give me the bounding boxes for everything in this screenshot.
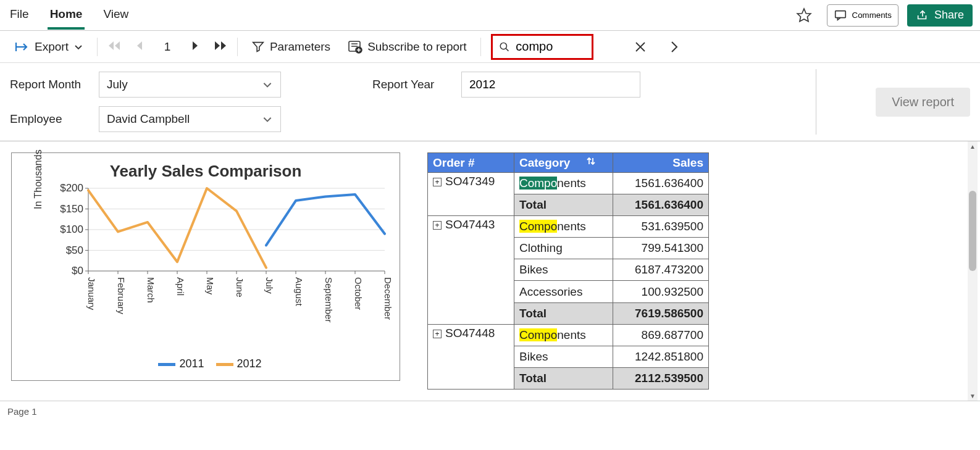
next-page-button[interactable] — [191, 40, 199, 54]
sales-cell: 869.687700 — [613, 324, 709, 346]
subscribe-button[interactable]: Subscribe to report — [344, 38, 471, 56]
scroll-up-button[interactable]: ▲ — [968, 141, 978, 151]
col-category-label: Category — [519, 156, 570, 169]
category-cell: Accessories — [514, 281, 613, 302]
chart-legend: 2011 2012 — [24, 357, 387, 370]
scroll-down-button[interactable]: ▼ — [968, 391, 978, 401]
svg-marker-6 — [215, 41, 220, 50]
param-year-input[interactable] — [461, 72, 640, 98]
table-row: +SO47349Components1561.636400 — [428, 173, 709, 194]
svg-text:October: October — [353, 277, 364, 310]
svg-marker-5 — [193, 41, 198, 50]
svg-text:January: January — [86, 277, 97, 310]
next-icon — [191, 40, 199, 51]
last-icon — [214, 40, 227, 51]
order-cell[interactable]: +SO47349 — [428, 173, 514, 216]
svg-marker-4 — [137, 41, 142, 50]
search-input[interactable] — [516, 40, 585, 54]
last-page-button[interactable] — [214, 40, 227, 54]
first-icon — [107, 40, 121, 51]
scrollbar[interactable]: ▲ ▼ — [968, 141, 978, 401]
parameters-label: Parameters — [270, 40, 330, 54]
tab-file[interactable]: File — [7, 1, 31, 30]
expand-icon[interactable]: + — [433, 330, 442, 338]
footer-page: Page 1 — [7, 406, 37, 417]
category-cell: Components — [514, 216, 613, 238]
star-outline-icon — [796, 7, 812, 23]
svg-text:$100: $100 — [60, 223, 83, 235]
order-cell[interactable]: +SO47443 — [428, 216, 514, 324]
col-sales[interactable]: Sales — [613, 153, 709, 173]
category-cell: Total — [514, 302, 613, 324]
expand-icon[interactable]: + — [433, 221, 442, 230]
share-button[interactable]: Share — [907, 4, 973, 27]
comments-button[interactable]: Comments — [827, 4, 898, 27]
param-month-select[interactable]: July — [99, 72, 281, 98]
view-report-button[interactable]: View report — [876, 88, 970, 117]
chevron-right-icon — [669, 40, 680, 54]
scroll-thumb[interactable] — [969, 191, 976, 271]
svg-marker-3 — [115, 41, 120, 50]
prev-icon — [136, 40, 143, 51]
chevron-down-icon — [262, 114, 273, 125]
comment-icon — [834, 9, 847, 22]
share-label: Share — [934, 9, 964, 22]
svg-text:July: July — [264, 277, 275, 294]
svg-text:August: August — [294, 277, 304, 307]
svg-text:September: September — [324, 277, 334, 322]
legend-swatch-2012 — [216, 363, 233, 366]
svg-point-10 — [500, 43, 506, 49]
close-icon — [634, 41, 647, 53]
tab-home[interactable]: Home — [48, 1, 85, 30]
sales-cell: 2112.539500 — [613, 367, 709, 389]
subscribe-icon — [348, 40, 362, 54]
category-cell: Components — [514, 324, 613, 346]
search-icon — [499, 40, 510, 54]
separator — [480, 38, 481, 56]
subscribe-label: Subscribe to report — [367, 40, 467, 54]
col-category[interactable]: Category — [514, 153, 613, 173]
category-cell: Clothing — [514, 238, 613, 259]
chevron-down-icon — [262, 79, 273, 90]
svg-marker-7 — [221, 41, 226, 50]
svg-text:$50: $50 — [66, 244, 83, 256]
first-page-button[interactable] — [107, 40, 121, 54]
param-employee-label: Employee — [10, 112, 89, 126]
page-number: 1 — [158, 40, 177, 54]
separator — [97, 38, 98, 56]
sales-cell: 1242.851800 — [613, 346, 709, 367]
category-cell: Total — [514, 194, 613, 216]
search-box[interactable] — [491, 34, 593, 60]
legend-swatch-2011 — [158, 363, 175, 366]
share-icon — [916, 9, 929, 22]
separator — [816, 69, 816, 135]
param-month-value: July — [107, 78, 128, 91]
param-employee-select[interactable]: David Campbell — [99, 106, 281, 132]
svg-text:February: February — [116, 277, 127, 315]
clear-search-button[interactable] — [628, 38, 653, 56]
expand-icon[interactable]: + — [433, 178, 442, 186]
sort-icon[interactable] — [586, 156, 596, 169]
param-month-label: Report Month — [10, 78, 89, 91]
export-button[interactable]: Export — [11, 38, 87, 56]
sales-cell: 7619.586500 — [613, 302, 709, 324]
col-order[interactable]: Order # — [428, 153, 514, 173]
tab-view[interactable]: View — [101, 1, 131, 30]
category-cell: Bikes — [514, 346, 613, 367]
sales-cell: 799.541300 — [613, 238, 709, 259]
export-label: Export — [35, 40, 69, 54]
y-axis-label: In Thousands — [33, 149, 44, 209]
parameters-button[interactable]: Parameters — [248, 38, 334, 56]
svg-text:$0: $0 — [72, 265, 83, 277]
category-cell: Total — [514, 367, 613, 389]
prev-page-button[interactable] — [136, 40, 143, 54]
sales-cell: 1561.636400 — [613, 173, 709, 194]
favorite-button[interactable] — [790, 5, 818, 26]
separator — [237, 38, 238, 56]
table-row: +SO47443Components531.639500 — [428, 216, 709, 238]
svg-text:December: December — [383, 277, 393, 320]
table-row: +SO47448Components869.687700 — [428, 324, 709, 346]
svg-text:$150: $150 — [60, 203, 83, 215]
order-cell[interactable]: +SO47448 — [428, 324, 514, 389]
find-next-button[interactable] — [663, 38, 686, 56]
